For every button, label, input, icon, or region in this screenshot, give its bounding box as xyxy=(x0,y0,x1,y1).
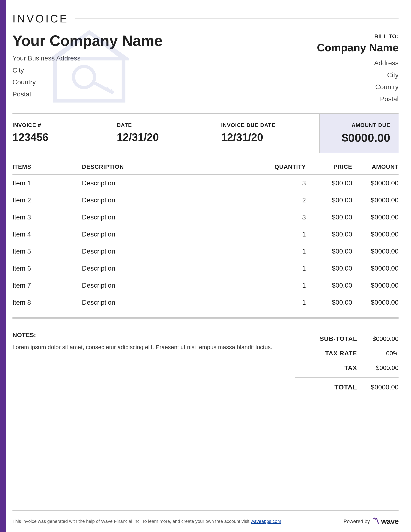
tax-rate-row: TAX RATE 00% xyxy=(295,346,399,361)
item-price: $00.00 xyxy=(306,209,352,226)
bill-to-section: BILL TO: Company Name Address City Count… xyxy=(316,33,399,105)
watermark xyxy=(50,27,129,107)
item-price: $00.00 xyxy=(306,260,352,277)
items-section: ITEMS DESCRIPTION QUANTITY PRICE AMOUNT … xyxy=(12,153,399,317)
bill-to-postal: Postal xyxy=(316,93,399,105)
items-table-body: Item 1 Description 3 $00.00 $0000.00 Ite… xyxy=(12,175,399,311)
header-section: INVOICE xyxy=(12,0,399,113)
item-description: Description xyxy=(82,175,260,192)
item-quantity: 1 xyxy=(260,226,306,243)
col-header-amount: AMOUNT xyxy=(352,163,399,175)
totals-section: SUB-TOTAL $0000.00 TAX RATE 00% TAX $000… xyxy=(295,332,399,498)
due-date-value: 12/31/20 xyxy=(221,131,313,143)
svg-point-2 xyxy=(74,66,94,87)
table-row: Item 8 Description 1 $00.00 $0000.00 xyxy=(12,294,399,311)
tax-value: $000.00 xyxy=(365,364,399,371)
meta-due-date: INVOICE DUE DATE 12/31/20 xyxy=(215,122,319,144)
item-amount: $0000.00 xyxy=(352,260,399,277)
content-area: INVOICE xyxy=(12,0,399,532)
footer: This invoice was generated with the help… xyxy=(12,510,399,532)
tax-rate-label: TAX RATE xyxy=(295,350,365,357)
col-header-quantity: QUANTITY xyxy=(260,163,306,175)
title-line xyxy=(75,19,399,19)
item-description: Description xyxy=(82,209,260,226)
bill-to-company-name: Company Name xyxy=(316,41,399,54)
bill-to-country: Country xyxy=(316,81,399,93)
item-description: Description xyxy=(82,260,260,277)
totals-divider xyxy=(295,377,399,378)
notes-label: NOTES: xyxy=(12,332,278,339)
item-name: Item 7 xyxy=(12,277,82,294)
item-description: Description xyxy=(82,277,260,294)
table-row: Item 6 Description 1 $00.00 $0000.00 xyxy=(12,260,399,277)
invoice-meta-row: INVOICE # 123456 DATE 12/31/20 INVOICE D… xyxy=(12,114,399,153)
item-quantity: 3 xyxy=(260,175,306,192)
col-header-price: PRICE xyxy=(306,163,352,175)
item-price: $00.00 xyxy=(306,226,352,243)
item-price: $00.00 xyxy=(306,175,352,192)
items-header-row: ITEMS DESCRIPTION QUANTITY PRICE AMOUNT xyxy=(12,163,399,175)
notes-section: NOTES: Lorem ipsum dolor sit amet, conse… xyxy=(12,332,295,498)
invoice-meta-left: INVOICE # 123456 DATE 12/31/20 INVOICE D… xyxy=(12,114,320,153)
subtotal-row: SUB-TOTAL $0000.00 xyxy=(295,332,399,346)
amount-due-value: $0000.00 xyxy=(342,131,390,144)
due-date-label: INVOICE DUE DATE xyxy=(221,122,313,128)
bill-to-details: Address City Country Postal xyxy=(316,57,399,105)
item-name: Item 2 xyxy=(12,192,82,209)
company-billing-row: Your Company Name Your Business Address … xyxy=(12,33,399,113)
table-row: Item 3 Description 3 $00.00 $0000.00 xyxy=(12,209,399,226)
notes-text: Lorem ipsum dolor sit amet, consectetur … xyxy=(12,343,278,352)
item-description: Description xyxy=(82,294,260,311)
invoice-number-label: INVOICE # xyxy=(12,122,104,128)
subtotal-label: SUB-TOTAL xyxy=(295,335,365,342)
item-name: Item 8 xyxy=(12,294,82,311)
meta-invoice-number: INVOICE # 123456 xyxy=(12,122,111,144)
table-row: Item 5 Description 1 $00.00 $0000.00 xyxy=(12,243,399,260)
powered-by-text: Powered by xyxy=(344,519,370,524)
bottom-section: NOTES: Lorem ipsum dolor sit amet, conse… xyxy=(12,319,399,510)
footer-text: This invoice was generated with the help… xyxy=(12,519,281,524)
item-quantity: 1 xyxy=(260,243,306,260)
tax-label: TAX xyxy=(295,364,365,371)
invoice-page: INVOICE xyxy=(0,0,411,532)
amount-due-label: AMOUNT DUE xyxy=(352,122,390,128)
item-name: Item 1 xyxy=(12,175,82,192)
item-price: $00.00 xyxy=(306,277,352,294)
wave-icon: 〽 xyxy=(372,517,380,526)
item-quantity: 2 xyxy=(260,192,306,209)
table-row: Item 2 Description 2 $00.00 $0000.00 xyxy=(12,192,399,209)
item-amount: $0000.00 xyxy=(352,209,399,226)
item-amount: $0000.00 xyxy=(352,277,399,294)
item-description: Description xyxy=(82,243,260,260)
items-bottom-divider xyxy=(12,317,399,319)
item-quantity: 1 xyxy=(260,277,306,294)
table-row: Item 4 Description 1 $00.00 $0000.00 xyxy=(12,226,399,243)
svg-marker-1 xyxy=(53,32,126,59)
total-label: TOTAL xyxy=(295,383,365,391)
meta-date: DATE 12/31/20 xyxy=(111,122,215,144)
date-label: DATE xyxy=(117,122,208,128)
item-amount: $0000.00 xyxy=(352,294,399,311)
table-row: Item 7 Description 1 $00.00 $0000.00 xyxy=(12,277,399,294)
item-amount: $0000.00 xyxy=(352,226,399,243)
item-name: Item 4 xyxy=(12,226,82,243)
item-amount: $0000.00 xyxy=(352,175,399,192)
items-table: ITEMS DESCRIPTION QUANTITY PRICE AMOUNT … xyxy=(12,163,399,311)
tax-rate-value: 00% xyxy=(365,350,399,357)
bill-to-address: Address xyxy=(316,57,399,69)
wave-logo-text: wave xyxy=(381,517,399,526)
item-name: Item 3 xyxy=(12,209,82,226)
invoice-title-row: INVOICE xyxy=(12,12,399,25)
footer-link[interactable]: waveapps.com xyxy=(251,519,281,524)
item-quantity: 3 xyxy=(260,209,306,226)
item-quantity: 1 xyxy=(260,294,306,311)
item-description: Description xyxy=(82,192,260,209)
footer-main-text: This invoice was generated with the help… xyxy=(12,519,249,524)
total-row: TOTAL $0000.00 xyxy=(295,380,399,395)
col-header-description: DESCRIPTION xyxy=(82,163,260,175)
invoice-number-value: 123456 xyxy=(12,131,104,143)
wave-logo: 〽 wave xyxy=(372,517,399,526)
accent-bar xyxy=(0,0,6,532)
item-name: Item 5 xyxy=(12,243,82,260)
total-value: $0000.00 xyxy=(365,383,399,391)
